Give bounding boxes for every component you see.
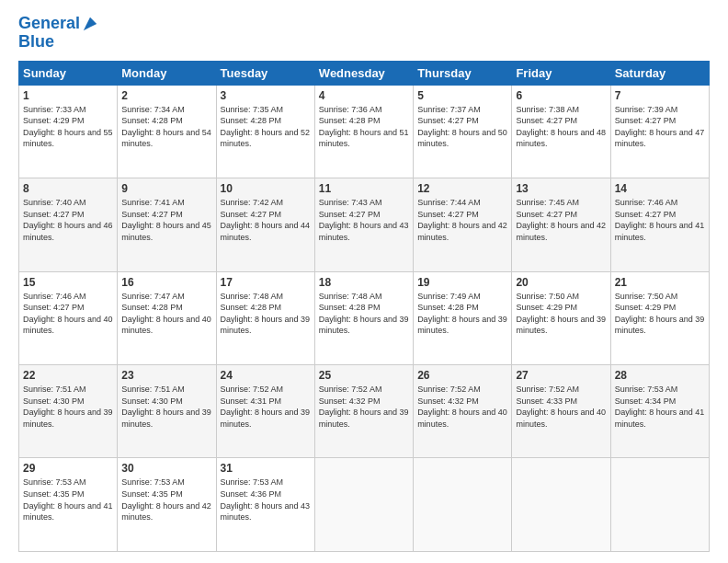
logo: General Blue	[18, 15, 98, 52]
calendar-table: SundayMondayTuesdayWednesdayThursdayFrid…	[18, 61, 710, 552]
calendar-cell: 12 Sunrise: 7:44 AM Sunset: 4:27 PM Dayl…	[414, 178, 512, 271]
cell-content: Sunrise: 7:53 AM Sunset: 4:35 PM Dayligh…	[23, 477, 113, 523]
calendar-week-row: 15 Sunrise: 7:46 AM Sunset: 4:27 PM Dayl…	[19, 271, 710, 364]
cell-content: Sunrise: 7:53 AM Sunset: 4:36 PM Dayligh…	[221, 477, 311, 523]
calendar-week-row: 1 Sunrise: 7:33 AM Sunset: 4:29 PM Dayli…	[19, 85, 710, 178]
calendar-cell	[610, 458, 709, 552]
day-number: 19	[417, 276, 507, 289]
calendar-cell: 17 Sunrise: 7:48 AM Sunset: 4:28 PM Dayl…	[216, 271, 314, 364]
cell-content: Sunrise: 7:47 AM Sunset: 4:28 PM Dayligh…	[121, 291, 211, 337]
weekday-header-thursday: Thursday	[414, 61, 512, 85]
day-number: 2	[121, 89, 211, 102]
weekday-header-wednesday: Wednesday	[314, 61, 413, 85]
day-number: 29	[23, 462, 113, 475]
calendar-week-row: 22 Sunrise: 7:51 AM Sunset: 4:30 PM Dayl…	[19, 365, 710, 458]
calendar-cell: 24 Sunrise: 7:52 AM Sunset: 4:31 PM Dayl…	[216, 365, 314, 458]
svg-marker-0	[84, 17, 97, 30]
cell-content: Sunrise: 7:38 AM Sunset: 4:27 PM Dayligh…	[516, 104, 606, 150]
calendar-cell: 16 Sunrise: 7:47 AM Sunset: 4:28 PM Dayl…	[118, 271, 216, 364]
calendar-cell: 23 Sunrise: 7:51 AM Sunset: 4:30 PM Dayl…	[118, 365, 216, 458]
calendar-cell: 25 Sunrise: 7:52 AM Sunset: 4:32 PM Dayl…	[314, 365, 413, 458]
day-number: 24	[221, 369, 311, 382]
cell-content: Sunrise: 7:49 AM Sunset: 4:28 PM Dayligh…	[417, 291, 507, 337]
calendar-cell: 7 Sunrise: 7:39 AM Sunset: 4:27 PM Dayli…	[610, 85, 709, 178]
calendar-cell: 20 Sunrise: 7:50 AM Sunset: 4:29 PM Dayl…	[512, 271, 610, 364]
day-number: 12	[417, 182, 507, 195]
day-number: 26	[417, 369, 507, 382]
day-number: 27	[516, 369, 606, 382]
cell-content: Sunrise: 7:44 AM Sunset: 4:27 PM Dayligh…	[417, 197, 507, 243]
day-number: 20	[516, 276, 606, 289]
calendar-cell: 21 Sunrise: 7:50 AM Sunset: 4:29 PM Dayl…	[610, 271, 709, 364]
day-number: 22	[23, 369, 113, 382]
cell-content: Sunrise: 7:34 AM Sunset: 4:28 PM Dayligh…	[121, 104, 211, 150]
day-number: 8	[23, 182, 113, 195]
day-number: 4	[319, 89, 409, 102]
day-number: 11	[319, 182, 409, 195]
calendar-cell: 10 Sunrise: 7:42 AM Sunset: 4:27 PM Dayl…	[216, 178, 314, 271]
day-number: 30	[121, 462, 211, 475]
cell-content: Sunrise: 7:46 AM Sunset: 4:27 PM Dayligh…	[23, 291, 113, 337]
day-number: 25	[319, 369, 409, 382]
header: General Blue	[18, 15, 710, 52]
day-number: 10	[221, 182, 311, 195]
logo-text-blue: Blue	[18, 33, 98, 52]
calendar-cell: 19 Sunrise: 7:49 AM Sunset: 4:28 PM Dayl…	[414, 271, 512, 364]
cell-content: Sunrise: 7:43 AM Sunset: 4:27 PM Dayligh…	[319, 197, 409, 243]
cell-content: Sunrise: 7:50 AM Sunset: 4:29 PM Dayligh…	[516, 291, 606, 337]
cell-content: Sunrise: 7:51 AM Sunset: 4:30 PM Dayligh…	[23, 384, 113, 430]
day-number: 28	[615, 369, 705, 382]
day-number: 17	[221, 276, 311, 289]
cell-content: Sunrise: 7:42 AM Sunset: 4:27 PM Dayligh…	[221, 197, 311, 243]
day-number: 15	[23, 276, 113, 289]
cell-content: Sunrise: 7:53 AM Sunset: 4:34 PM Dayligh…	[615, 384, 705, 430]
calendar-cell: 29 Sunrise: 7:53 AM Sunset: 4:35 PM Dayl…	[19, 458, 118, 552]
calendar-cell: 31 Sunrise: 7:53 AM Sunset: 4:36 PM Dayl…	[216, 458, 314, 552]
cell-content: Sunrise: 7:53 AM Sunset: 4:35 PM Dayligh…	[121, 477, 211, 523]
cell-content: Sunrise: 7:52 AM Sunset: 4:31 PM Dayligh…	[221, 384, 311, 430]
calendar-cell: 15 Sunrise: 7:46 AM Sunset: 4:27 PM Dayl…	[19, 271, 118, 364]
calendar-cell: 13 Sunrise: 7:45 AM Sunset: 4:27 PM Dayl…	[512, 178, 610, 271]
cell-content: Sunrise: 7:41 AM Sunset: 4:27 PM Dayligh…	[121, 197, 211, 243]
cell-content: Sunrise: 7:40 AM Sunset: 4:27 PM Dayligh…	[23, 197, 113, 243]
cell-content: Sunrise: 7:52 AM Sunset: 4:32 PM Dayligh…	[417, 384, 507, 430]
weekday-header-tuesday: Tuesday	[216, 61, 314, 85]
day-number: 16	[121, 276, 211, 289]
day-number: 7	[615, 89, 705, 102]
calendar-cell: 18 Sunrise: 7:48 AM Sunset: 4:28 PM Dayl…	[314, 271, 413, 364]
cell-content: Sunrise: 7:36 AM Sunset: 4:28 PM Dayligh…	[319, 104, 409, 150]
calendar-cell: 2 Sunrise: 7:34 AM Sunset: 4:28 PM Dayli…	[118, 85, 216, 178]
calendar-cell: 1 Sunrise: 7:33 AM Sunset: 4:29 PM Dayli…	[19, 85, 118, 178]
weekday-header-sunday: Sunday	[19, 61, 118, 85]
logo-text: General	[18, 15, 80, 33]
calendar-cell: 5 Sunrise: 7:37 AM Sunset: 4:27 PM Dayli…	[414, 85, 512, 178]
day-number: 21	[615, 276, 705, 289]
cell-content: Sunrise: 7:33 AM Sunset: 4:29 PM Dayligh…	[23, 104, 113, 150]
day-number: 9	[121, 182, 211, 195]
cell-content: Sunrise: 7:51 AM Sunset: 4:30 PM Dayligh…	[121, 384, 211, 430]
cell-content: Sunrise: 7:46 AM Sunset: 4:27 PM Dayligh…	[615, 197, 705, 243]
cell-content: Sunrise: 7:48 AM Sunset: 4:28 PM Dayligh…	[221, 291, 311, 337]
calendar-cell: 6 Sunrise: 7:38 AM Sunset: 4:27 PM Dayli…	[512, 85, 610, 178]
calendar-cell: 4 Sunrise: 7:36 AM Sunset: 4:28 PM Dayli…	[314, 85, 413, 178]
calendar-cell	[314, 458, 413, 552]
cell-content: Sunrise: 7:52 AM Sunset: 4:33 PM Dayligh…	[516, 384, 606, 430]
day-number: 14	[615, 182, 705, 195]
cell-content: Sunrise: 7:50 AM Sunset: 4:29 PM Dayligh…	[615, 291, 705, 337]
calendar-cell: 27 Sunrise: 7:52 AM Sunset: 4:33 PM Dayl…	[512, 365, 610, 458]
calendar-cell: 14 Sunrise: 7:46 AM Sunset: 4:27 PM Dayl…	[610, 178, 709, 271]
calendar-cell	[414, 458, 512, 552]
calendar-cell: 22 Sunrise: 7:51 AM Sunset: 4:30 PM Dayl…	[19, 365, 118, 458]
cell-content: Sunrise: 7:35 AM Sunset: 4:28 PM Dayligh…	[221, 104, 311, 150]
calendar-cell: 8 Sunrise: 7:40 AM Sunset: 4:27 PM Dayli…	[19, 178, 118, 271]
calendar-week-row: 29 Sunrise: 7:53 AM Sunset: 4:35 PM Dayl…	[19, 458, 710, 552]
day-number: 31	[221, 462, 311, 475]
weekday-header-friday: Friday	[512, 61, 610, 85]
calendar-cell: 9 Sunrise: 7:41 AM Sunset: 4:27 PM Dayli…	[118, 178, 216, 271]
day-number: 3	[221, 89, 311, 102]
cell-content: Sunrise: 7:48 AM Sunset: 4:28 PM Dayligh…	[319, 291, 409, 337]
day-number: 6	[516, 89, 606, 102]
logo-icon	[82, 16, 98, 32]
calendar-cell: 3 Sunrise: 7:35 AM Sunset: 4:28 PM Dayli…	[216, 85, 314, 178]
weekday-header-saturday: Saturday	[610, 61, 709, 85]
